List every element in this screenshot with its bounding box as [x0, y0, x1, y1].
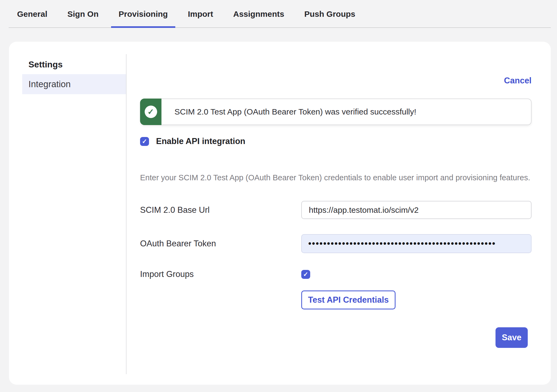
tab-sign-on[interactable]: Sign On [60, 0, 106, 28]
tab-import[interactable]: Import [180, 0, 221, 28]
tab-push-groups[interactable]: Push Groups [297, 0, 363, 28]
import-groups-row: Import Groups ✓ [140, 269, 532, 279]
import-groups-label: Import Groups [140, 269, 301, 279]
tab-provisioning[interactable]: Provisioning [111, 0, 176, 28]
test-credentials-spacer [140, 290, 301, 309]
enable-api-checkbox[interactable]: ✓ [140, 137, 149, 146]
oauth-token-row: OAuth Bearer Token •••••••••••••••••••••… [140, 234, 532, 253]
base-url-row: SCIM 2.0 Base Url [140, 201, 532, 219]
sidebar-item-integration[interactable]: Integration [22, 74, 126, 94]
oauth-token-field[interactable]: ••••••••••••••••••••••••••••••••••••••••… [301, 234, 532, 253]
success-banner-message: SCIM 2.0 Test App (OAuth Bearer Token) w… [161, 99, 532, 125]
tab-general[interactable]: General [9, 0, 55, 28]
base-url-label: SCIM 2.0 Base Url [140, 205, 301, 215]
success-banner: ✓ SCIM 2.0 Test App (OAuth Bearer Token)… [140, 99, 532, 125]
success-check-icon: ✓ [145, 106, 157, 118]
enable-api-row: ✓ Enable API integration [140, 136, 532, 146]
app-tab-bar: General Sign On Provisioning Import Assi… [0, 0, 557, 28]
cancel-link[interactable]: Cancel [504, 76, 532, 85]
tab-assignments[interactable]: Assignments [226, 0, 292, 28]
settings-sidebar: Settings Integration [9, 42, 126, 385]
save-row: Save [140, 327, 532, 348]
provisioning-page: General Sign On Provisioning Import Assi… [0, 0, 557, 385]
base-url-input[interactable] [301, 201, 532, 219]
enable-api-label: Enable API integration [156, 136, 245, 146]
cancel-row: Cancel [140, 76, 532, 85]
test-credentials-row: Test API Credentials [140, 290, 532, 309]
oauth-token-label: OAuth Bearer Token [140, 239, 301, 249]
integration-settings-panel: Cancel ✓ SCIM 2.0 Test App (OAuth Bearer… [127, 42, 553, 385]
import-groups-checkbox[interactable]: ✓ [301, 270, 310, 279]
success-banner-icon-block: ✓ [140, 99, 161, 125]
test-api-credentials-button[interactable]: Test API Credentials [301, 290, 396, 309]
save-button[interactable]: Save [496, 327, 528, 348]
credentials-description: Enter your SCIM 2.0 Test App (OAuth Bear… [140, 171, 532, 184]
sidebar-heading: Settings [28, 60, 126, 69]
provisioning-card: Settings Integration Cancel ✓ SCIM 2.0 T… [9, 42, 551, 385]
